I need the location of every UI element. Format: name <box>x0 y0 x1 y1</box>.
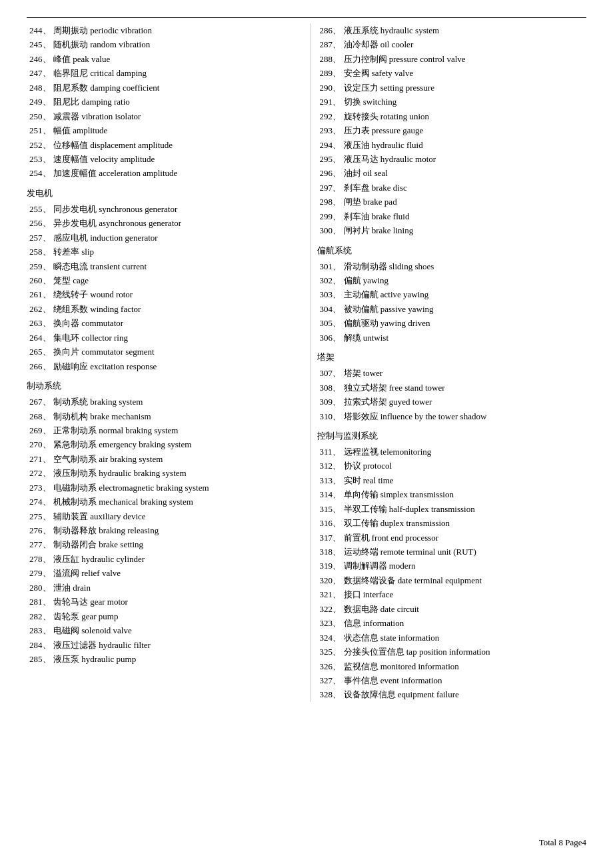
list-item: 287、油冷却器 oil cooler <box>317 37 587 51</box>
list-item: 249、阻尼比 damping ratio <box>27 95 297 109</box>
list-item: 303、主动偏航 active yawing <box>317 287 587 301</box>
list-item: 260、笼型 cage <box>27 273 297 287</box>
list-item: 289、安全阀 safety valve <box>317 66 587 80</box>
list-item: 307、塔架 tower <box>317 366 587 380</box>
list-item: 269、正常制动系 normal braking system <box>27 423 297 437</box>
list-item: 300、闸衬片 brake lining <box>317 223 587 237</box>
list-item: 306、解缆 untwist <box>317 331 587 345</box>
list-item: 271、空气制动系 air braking system <box>27 452 297 466</box>
list-item: 248、阻尼系数 damping coefficient <box>27 81 297 95</box>
list-item: 262、绕组系数 winding factor <box>27 302 297 316</box>
list-item: 268、制动机构 brake mechanism <box>27 409 297 423</box>
list-item: 291、切换 switching <box>317 95 587 109</box>
list-item: 264、集电环 collector ring <box>27 331 297 345</box>
list-item: 292、旋转接头 rotating union <box>317 109 587 123</box>
list-item: 296、油封 oil seal <box>317 166 587 180</box>
section-tajia: 塔架 <box>317 351 587 363</box>
list-item: 247、临界阻尼 critical damping <box>27 66 297 80</box>
list-item: 265、换向片 commutator segment <box>27 345 297 359</box>
list-item: 316、双工传输 duplex transmission <box>317 516 587 530</box>
list-item: 299、刹车油 brake fluid <box>317 209 587 223</box>
left-initial-items: 244、周期振动 periodic vibration245、随机振动 rand… <box>27 23 297 181</box>
list-item: 313、实时 real time <box>317 473 587 487</box>
list-item: 274、机械制动系 mechanical braking system <box>27 495 297 509</box>
list-item: 328、设备故障信息 equipment failure <box>317 687 587 701</box>
list-item: 317、前置机 front end processor <box>317 531 587 545</box>
list-item: 272、液压制动系 hydraulic braking system <box>27 466 297 480</box>
list-item: 266、励磁响应 excitation response <box>27 359 297 373</box>
list-item: 258、转差率 slip <box>27 245 297 259</box>
list-item: 283、电磁阀 solenoid valve <box>27 623 297 637</box>
list-item: 327、事件信息 event information <box>317 673 587 687</box>
list-item: 273、电磁制动系 electromagnetic braking system <box>27 481 297 495</box>
list-item: 290、设定压力 setting pressure <box>317 81 587 95</box>
list-item: 314、单向传输 simplex transmission <box>317 487 587 501</box>
list-item: 311、远程监视 telemonitoring <box>317 445 587 459</box>
list-item: 320、数据终端设备 date terminal equipment <box>317 573 587 587</box>
list-item: 261、绕线转子 wound rotor <box>27 287 297 301</box>
left-column: 244、周期振动 periodic vibration245、随机振动 rand… <box>27 23 310 702</box>
list-item: 309、拉索式塔架 guyed tower <box>317 395 587 409</box>
list-item: 318、运动终端 remote terminal unit (RUT) <box>317 545 587 559</box>
list-item: 270、紧急制动系 emergency braking system <box>27 437 297 451</box>
list-item: 244、周期振动 periodic vibration <box>27 23 297 37</box>
list-item: 275、辅助装置 auxiliary device <box>27 509 297 523</box>
list-item: 252、位移幅值 displacement amplitude <box>27 138 297 152</box>
list-item: 326、监视信息 monitored information <box>317 659 587 673</box>
list-item: 276、制动器释放 braking releasing <box>27 523 297 537</box>
list-item: 324、状态信息 state information <box>317 631 587 645</box>
list-item: 251、幅值 amplitude <box>27 123 297 137</box>
list-item: 312、协议 protocol <box>317 459 587 473</box>
main-content: 244、周期振动 periodic vibration245、随机振动 rand… <box>27 23 586 702</box>
page-header <box>27 13 586 18</box>
list-item: 267、制动系统 braking system <box>27 395 297 409</box>
list-item: 294、液压油 hydraulic fluid <box>317 138 587 152</box>
list-item: 321、接口 interface <box>317 587 587 601</box>
right-column: 286、液压系统 hydraulic system287、油冷却器 oil co… <box>310 23 587 702</box>
list-item: 277、制动器闭合 brake setting <box>27 537 297 551</box>
footer-text: Total 8 Page4 <box>539 837 586 847</box>
list-item: 286、液压系统 hydraulic system <box>317 23 587 37</box>
list-item: 319、调制解调器 modern <box>317 559 587 573</box>
section-pianhang: 偏航系统 <box>317 245 587 257</box>
list-item: 278、液压缸 hydraulic cylinder <box>27 552 297 566</box>
list-item: 257、感应电机 induction generator <box>27 231 297 245</box>
list-item: 305、偏航驱动 yawing driven <box>317 316 587 330</box>
section-kongzhi: 控制与监测系统 <box>317 430 587 442</box>
page-footer: Total 8 Page4 <box>539 837 586 848</box>
section-zhidong: 制动系统 <box>27 380 297 392</box>
list-item: 250、减震器 vibration isolator <box>27 109 297 123</box>
list-item: 253、速度幅值 velocity amplitude <box>27 152 297 166</box>
list-item: 246、峰值 peak value <box>27 52 297 66</box>
list-item: 280、泄油 drain <box>27 581 297 595</box>
list-item: 323、信息 information <box>317 616 587 630</box>
list-item: 295、液压马达 hydraulic motor <box>317 152 587 166</box>
list-item: 325、分接头位置信息 tap position information <box>317 645 587 659</box>
list-item: 315、半双工传输 half-duplex transmission <box>317 502 587 516</box>
list-item: 256、异步发电机 asynchronous generator <box>27 216 297 230</box>
list-item: 282、齿轮泵 gear pump <box>27 609 297 623</box>
list-item: 254、加速度幅值 acceleration amplitude <box>27 166 297 180</box>
list-item: 304、被动偏航 passive yawing <box>317 302 587 316</box>
list-item: 310、塔影效应 influence by the tower shadow <box>317 409 587 423</box>
list-item: 301、滑动制动器 sliding shoes <box>317 259 587 273</box>
list-item: 255、同步发电机 synchronous generator <box>27 202 297 216</box>
list-item: 297、刹车盘 brake disc <box>317 181 587 195</box>
section-dianji: 发电机 <box>27 187 297 199</box>
list-item: 298、闸垫 brake pad <box>317 195 587 209</box>
list-item: 308、独立式塔架 free stand tower <box>317 381 587 395</box>
list-item: 284、液压过滤器 hydraulic filter <box>27 638 297 652</box>
list-item: 302、偏航 yawing <box>317 273 587 287</box>
list-item: 279、溢流阀 relief valve <box>27 566 297 580</box>
list-item: 259、瞬态电流 transient current <box>27 259 297 273</box>
list-item: 288、压力控制阀 pressure control valve <box>317 52 587 66</box>
list-item: 245、随机振动 random vibration <box>27 37 297 51</box>
list-item: 285、液压泵 hydraulic pump <box>27 652 297 666</box>
list-item: 322、数据电路 date circuit <box>317 602 587 616</box>
list-item: 293、压力表 pressure gauge <box>317 123 587 137</box>
list-item: 263、换向器 commutator <box>27 316 297 330</box>
list-item: 281、齿轮马达 gear motor <box>27 595 297 609</box>
